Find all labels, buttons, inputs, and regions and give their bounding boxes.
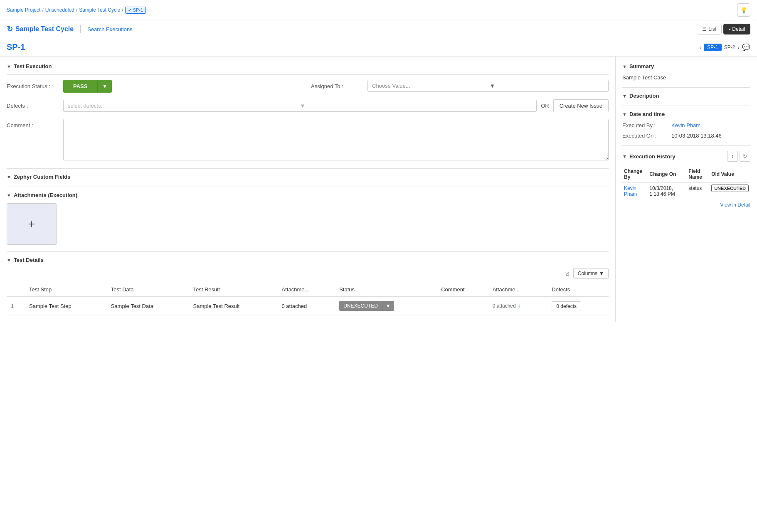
list-view-button[interactable]: ☰ List: [697, 24, 722, 34]
breadcrumb-project[interactable]: Sample Project: [7, 7, 40, 13]
cycle-title: ↻ Sample Test Cycle: [7, 25, 74, 34]
history-change-by[interactable]: Kevin Pham: [622, 183, 648, 200]
defects-field: select defects.. ▼ OR Create New Issue: [63, 99, 609, 112]
history-old-value: UNEXECUTED: [710, 183, 750, 200]
row-status-button[interactable]: UNEXECUTED: [339, 301, 382, 311]
row-defects[interactable]: 0 defects: [547, 296, 609, 315]
summary-section: ▼ Summary Sample Test Case: [622, 63, 750, 81]
breadcrumb-unscheduled[interactable]: Unscheduled: [45, 7, 74, 13]
attachments-out-count: 0 attached +: [493, 303, 544, 309]
zephyr-custom-fields-section: ▼ Zephyr Custom Fields: [7, 174, 609, 180]
date-time-section: ▼ Date and time Executed By : Kevin Pham…: [622, 111, 750, 139]
col-status: Status: [335, 283, 437, 296]
col-attachments-in: Attachme...: [278, 283, 335, 296]
left-panel: ▼ Test Execution Execution Status : PASS…: [0, 57, 616, 322]
detail-icon: ▪: [729, 26, 730, 32]
assigned-to-select[interactable]: Choose Value... ▼: [367, 80, 609, 92]
test-details-header[interactable]: ▼ Test Details: [7, 257, 609, 263]
defects-select[interactable]: select defects.. ▼: [63, 100, 537, 112]
breadcrumb-item-badge[interactable]: ✔ SP-1: [125, 7, 146, 14]
attachment-upload-box[interactable]: +: [7, 203, 57, 245]
bulb-button[interactable]: 💡: [737, 3, 750, 17]
check-icon: ✔: [128, 7, 132, 13]
sep2: /: [76, 7, 77, 13]
filter-icon[interactable]: ⊿: [565, 270, 570, 277]
description-title: Description: [629, 93, 659, 99]
add-attachment-icon[interactable]: +: [518, 303, 521, 309]
col-test-result: Test Result: [189, 283, 278, 296]
chevron-down-icon-6: ▼: [622, 94, 627, 99]
row-status[interactable]: UNEXECUTED ▼: [335, 296, 437, 315]
navbar-left: ↻ Sample Test Cycle Search Executions: [7, 25, 133, 34]
defects-count-badge: 0 defects: [552, 301, 581, 311]
list-icon: ☰: [702, 26, 707, 32]
chevron-down-icon-3: ▼: [7, 193, 11, 198]
sep3: /: [122, 7, 123, 13]
comment-icon[interactable]: 💬: [742, 43, 750, 51]
detail-view-button[interactable]: ▪ Detail: [723, 24, 750, 34]
rp-divider-1: [622, 87, 750, 88]
row-comment: [437, 296, 488, 315]
row-test-result: Sample Test Result: [189, 296, 278, 315]
attachments-header[interactable]: ▼ Attachments (Execution): [7, 192, 609, 198]
exec-history-header: ▼ Execution History ↕ ↻: [622, 151, 750, 162]
create-issue-button[interactable]: Create New Issue: [553, 99, 609, 112]
execution-status-row: Execution Status : PASS ▼ Assigned To : …: [7, 80, 609, 93]
history-field-name: status: [687, 183, 710, 200]
status-dropdown-button[interactable]: ▼: [97, 80, 111, 93]
section-divider-4: [7, 251, 609, 252]
history-change-by-link[interactable]: Kevin Pham: [624, 185, 637, 197]
executed-by-value[interactable]: Kevin Pham: [671, 122, 700, 128]
zephyr-header[interactable]: ▼ Zephyr Custom Fields: [7, 174, 609, 180]
exec-history-label: Execution History: [629, 153, 676, 160]
detail-table-header-row: Test Step Test Data Test Result Attachme…: [7, 283, 609, 296]
view-toggle: ☰ List ▪ Detail: [697, 24, 750, 34]
section-divider-2: [7, 168, 609, 169]
description-header[interactable]: ▼ Description: [622, 93, 750, 99]
nav-divider: [80, 25, 81, 33]
page-header: SP-1 ‹ SP-1 SP-2 › 💬: [0, 38, 757, 57]
date-time-header[interactable]: ▼ Date and time: [622, 111, 750, 117]
row-number: 1: [7, 296, 25, 315]
chevron-down-icon: ▼: [7, 64, 11, 69]
prev-page-button[interactable]: ‹: [699, 44, 701, 51]
col-old-value: Old Value: [710, 166, 750, 183]
defects-placeholder: select defects..: [68, 103, 300, 109]
columns-button[interactable]: Columns ▼: [573, 268, 609, 279]
columns-chevron-icon: ▼: [599, 271, 604, 276]
columns-label: Columns: [578, 271, 597, 276]
col-change-by: Change By: [622, 166, 648, 183]
cycle-icon: ↻: [7, 25, 13, 34]
summary-header[interactable]: ▼ Summary: [622, 63, 750, 69]
refresh-icon-button[interactable]: ↻: [740, 151, 750, 162]
next-page-item[interactable]: SP-2: [724, 44, 735, 50]
next-page-button[interactable]: ›: [737, 44, 740, 51]
exec-history-table: Change By Change On Field Name Old Value…: [622, 166, 750, 200]
execution-history-section: ▼ Execution History ↕ ↻ Change By Change…: [622, 151, 750, 208]
assigned-dropdown-arrow: ▼: [490, 83, 604, 89]
col-test-step: Test Step: [25, 283, 107, 296]
attachments-title: Attachments (Execution): [14, 192, 77, 198]
status-group: PASS ▼: [63, 80, 304, 93]
col-num: [7, 283, 25, 296]
exec-history-title[interactable]: ▼ Execution History: [622, 153, 675, 160]
test-execution-header[interactable]: ▼ Test Execution: [7, 63, 609, 69]
summary-title: Summary: [629, 63, 654, 69]
col-comment: Comment: [437, 283, 488, 296]
breadcrumb-cycle[interactable]: Sample Test Cycle: [79, 7, 120, 13]
current-page-badge: SP-1: [704, 44, 722, 51]
row-test-data: Sample Test Data: [107, 296, 189, 315]
sort-icon-button[interactable]: ↕: [727, 151, 738, 162]
executed-by-row: Executed By : Kevin Pham: [622, 122, 750, 128]
view-detail-link[interactable]: View in Detail: [622, 202, 750, 208]
defects-dropdown-arrow: ▼: [300, 103, 533, 109]
chevron-down-icon-4: ▼: [7, 258, 11, 263]
search-executions-link[interactable]: Search Executions: [87, 26, 132, 32]
row-status-dropdown[interactable]: ▼: [382, 301, 394, 311]
chevron-down-icon-5: ▼: [622, 64, 627, 69]
sep1: /: [42, 7, 43, 13]
status-pass-button[interactable]: PASS: [63, 80, 97, 93]
comment-textarea[interactable]: [63, 119, 609, 160]
columns-bar: ⊿ Columns ▼: [7, 268, 609, 279]
attachments-section: ▼ Attachments (Execution) +: [7, 192, 609, 245]
